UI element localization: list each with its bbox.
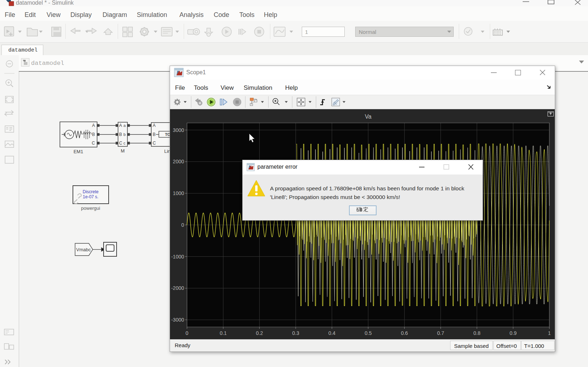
svg-text:A: A	[119, 123, 122, 128]
svg-text:0.4: 0.4	[328, 330, 336, 336]
svg-text:datamodel: datamodel	[31, 60, 64, 67]
svg-text:1000: 1000	[173, 190, 184, 196]
svg-text:A: A	[153, 123, 156, 128]
svg-text:c: c	[123, 141, 126, 145]
svg-text:Discrete: Discrete	[83, 189, 99, 194]
svg-text:-2000: -2000	[171, 285, 184, 291]
svg-text:0: 0	[181, 222, 184, 228]
svg-text:-3000: -3000	[171, 317, 184, 323]
svg-text:C: C	[153, 141, 156, 146]
svg-text:M: M	[121, 148, 125, 154]
svg-text:Va: Va	[365, 114, 371, 120]
svg-text:0.3: 0.3	[292, 330, 299, 336]
svg-text:B: B	[92, 132, 95, 137]
svg-text:B: B	[153, 132, 156, 137]
svg-text:powergui: powergui	[81, 205, 100, 211]
svg-text:datamodel * - Simulink: datamodel * - Simulink	[16, 0, 74, 6]
svg-text:EM1: EM1	[74, 149, 83, 154]
svg-text:0.2: 0.2	[256, 330, 263, 336]
svg-text:1: 1	[305, 29, 308, 35]
svg-text:0.9: 0.9	[510, 330, 517, 336]
svg-text:1e-07 s.: 1e-07 s.	[83, 194, 98, 199]
svg-text:A: A	[92, 123, 95, 128]
svg-text:1: 1	[548, 330, 551, 336]
svg-text:Normal: Normal	[359, 29, 376, 35]
svg-text:0.1: 0.1	[220, 330, 227, 336]
svg-text:0: 0	[186, 330, 188, 336]
svg-text:-1000: -1000	[171, 254, 184, 260]
svg-text:0.8: 0.8	[473, 330, 480, 336]
svg-text:0.7: 0.7	[437, 330, 444, 336]
svg-text:C: C	[119, 141, 122, 146]
svg-text:C: C	[92, 141, 95, 146]
svg-text:a: a	[123, 123, 126, 128]
svg-text:0.6: 0.6	[401, 330, 408, 336]
svg-text:b: b	[123, 132, 126, 137]
svg-text:0.5: 0.5	[365, 330, 372, 336]
svg-text:2000: 2000	[173, 159, 184, 164]
svg-text:3000: 3000	[173, 127, 184, 133]
svg-text:B: B	[119, 132, 122, 137]
svg-text:Vmabc: Vmabc	[76, 247, 91, 252]
